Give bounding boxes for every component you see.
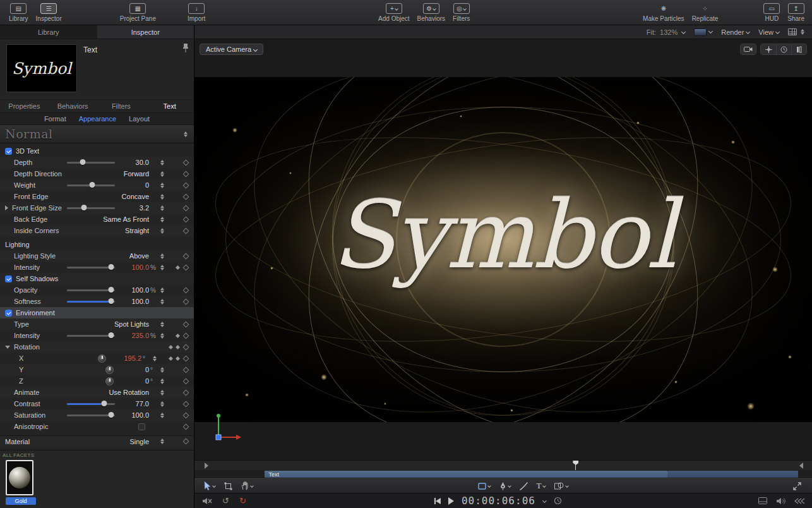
rotation-y-dial[interactable] <box>105 366 114 374</box>
timecode-display[interactable]: 00:00:06:06 <box>462 495 535 507</box>
canvas-viewport[interactable]: Active Camera <box>194 39 812 460</box>
fullscreen-icon[interactable] <box>790 479 804 493</box>
pan-hand-tool[interactable] <box>238 479 256 493</box>
library-button[interactable]: ▤ Library <box>5 3 32 23</box>
text-track-bar-tail[interactable] <box>667 471 798 478</box>
loop-playback-icon[interactable]: ↺ <box>222 496 229 505</box>
keyframe-nav-icon[interactable] <box>175 333 181 339</box>
keyframe-nav-icon[interactable] <box>168 356 174 361</box>
3d-text-checkbox[interactable] <box>5 148 12 155</box>
tab-inspector[interactable]: Inspector <box>97 25 194 39</box>
lighting-style-popup[interactable]: Above <box>86 252 149 260</box>
3d-text-symbol[interactable]: Symbol <box>331 181 676 289</box>
tab-properties[interactable]: Properties <box>0 102 49 110</box>
keyframe-icon[interactable] <box>181 206 191 210</box>
rotation-z-dial[interactable] <box>105 377 114 385</box>
show-timeline-icon[interactable] <box>758 497 767 504</box>
environment-checkbox[interactable] <box>5 310 12 317</box>
disclosure-icon[interactable] <box>5 346 10 349</box>
select-tool[interactable] <box>201 479 218 493</box>
previous-frame-icon[interactable] <box>434 498 441 504</box>
pin-icon[interactable] <box>182 43 189 53</box>
intensity-slider[interactable] <box>67 267 115 269</box>
share-button[interactable]: ↥ Share <box>784 3 808 23</box>
keyframe-icon[interactable] <box>181 368 191 372</box>
make-particles-button[interactable]: ❋ Make Particles <box>639 3 688 23</box>
subtab-layout[interactable]: Layout <box>129 115 150 123</box>
opacity-slider[interactable] <box>67 289 115 291</box>
stepper-icon[interactable] <box>159 263 165 271</box>
rotation-x-dial[interactable] <box>98 354 106 363</box>
keyframe-icon[interactable] <box>181 439 191 444</box>
audio-level-icon[interactable] <box>776 497 785 505</box>
channels-menu[interactable] <box>694 28 712 36</box>
contrast-slider[interactable] <box>67 403 115 405</box>
inspector-button[interactable]: ☰ Inspector <box>32 3 66 23</box>
weight-value[interactable]: 0 <box>120 181 149 189</box>
softness-slider[interactable] <box>67 301 115 303</box>
keyframe-icon[interactable] <box>181 195 191 199</box>
subtab-format[interactable]: Format <box>44 115 66 123</box>
keyframe-icon[interactable] <box>181 379 191 384</box>
saturation-value[interactable]: 100.0 <box>120 411 149 419</box>
keyframe-icon[interactable] <box>181 254 191 258</box>
preset-bar[interactable]: Normal <box>0 125 194 143</box>
stepper-icon[interactable] <box>159 159 165 166</box>
environment-intensity-value[interactable]: 235.0 <box>120 332 149 339</box>
keyframe-icon[interactable] <box>181 322 191 327</box>
keyframe-icon[interactable] <box>181 265 191 270</box>
keyframe-icon[interactable] <box>181 299 191 304</box>
stepper-icon[interactable] <box>159 411 165 419</box>
keyframe-icon[interactable] <box>181 172 191 176</box>
tab-library[interactable]: Library <box>0 25 97 39</box>
keyframe-nav-icon[interactable] <box>168 344 174 350</box>
playhead[interactable] <box>575 461 576 471</box>
weight-slider[interactable] <box>67 184 115 186</box>
transform-tool[interactable] <box>221 479 236 493</box>
project-pane-button[interactable]: ▦ Project Pane <box>116 3 160 23</box>
back-edge-popup[interactable]: Same As Front <box>86 215 149 223</box>
keyframe-icon[interactable] <box>181 425 191 429</box>
bezier-pen-tool[interactable] <box>496 479 514 493</box>
material-popup[interactable]: Single <box>86 438 149 445</box>
render-menu[interactable]: Render <box>721 28 749 36</box>
keyframe-nav-icon[interactable] <box>175 265 181 270</box>
keyframe-icon[interactable] <box>181 390 191 395</box>
inside-corners-popup[interactable]: Straight <box>86 227 149 234</box>
fit-menu[interactable]: Fit: 132% <box>647 28 686 36</box>
paint-stroke-tool[interactable] <box>516 479 531 493</box>
keyframe-nav-icon[interactable] <box>175 344 181 350</box>
environment-intensity-slider[interactable] <box>67 335 115 337</box>
active-camera-menu[interactable]: Active Camera <box>200 44 263 55</box>
hud-button[interactable]: ▭ HUD <box>760 3 784 23</box>
collapse-panels-icon[interactable] <box>794 498 804 504</box>
out-point-marker[interactable] <box>799 463 803 469</box>
keyframe-icon[interactable] <box>181 217 191 222</box>
stepper-icon[interactable] <box>159 400 165 408</box>
rotation-x-value[interactable]: 195.2 <box>112 354 141 362</box>
filters-button[interactable]: ◎ Filters <box>449 3 474 23</box>
keyframe-icon[interactable] <box>181 288 191 293</box>
stepper-icon[interactable] <box>159 366 165 373</box>
3d-axis-widget[interactable] <box>215 412 244 442</box>
depth-direction-popup[interactable]: Forward <box>86 170 149 178</box>
intensity-value[interactable]: 100.0 <box>120 263 149 271</box>
import-button[interactable]: ↓ Import <box>184 3 209 23</box>
keyframe-icon[interactable] <box>181 402 191 406</box>
timeline-ruler[interactable] <box>194 460 812 470</box>
popup-stepper-icon[interactable] <box>159 438 165 445</box>
replicate-button[interactable]: ⁘ Replicate <box>688 3 722 23</box>
stepper-icon[interactable] <box>159 286 165 294</box>
popup-stepper-icon[interactable] <box>159 193 165 200</box>
in-point-marker[interactable] <box>205 463 208 469</box>
keyframe-nav-icon[interactable] <box>175 356 181 361</box>
front-edge-size-value[interactable]: 3.2 <box>120 204 149 212</box>
softness-value[interactable]: 100.0 <box>120 298 149 305</box>
saturation-slider[interactable] <box>67 414 115 416</box>
anisotropic-checkbox[interactable] <box>138 423 145 430</box>
text-tool[interactable]: T <box>534 479 549 493</box>
layer-thumbnail[interactable]: Symbol <box>6 44 77 92</box>
rectangle-tool[interactable] <box>475 479 494 493</box>
text-track-bar[interactable]: Text <box>265 471 667 478</box>
timecode-menu-chevron-icon[interactable] <box>542 499 547 503</box>
